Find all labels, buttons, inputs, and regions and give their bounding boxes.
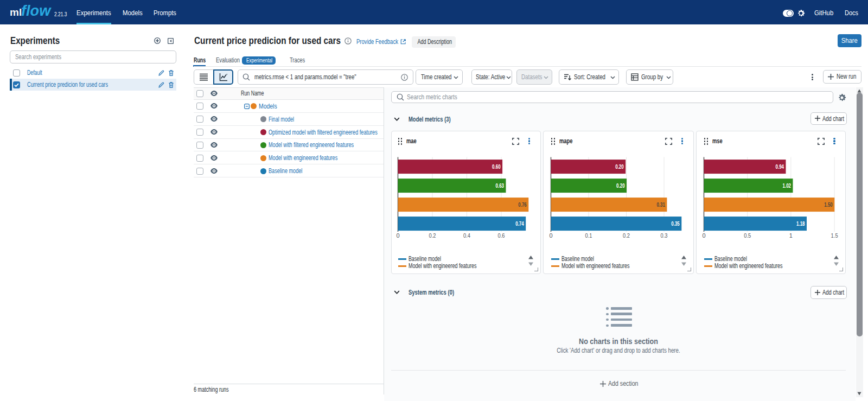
svg-text:0.74: 0.74	[515, 220, 524, 227]
svg-text:0: 0	[702, 232, 705, 239]
svg-text:0.2: 0.2	[429, 232, 436, 239]
svg-text:0.20: 0.20	[616, 182, 625, 189]
svg-text:1.50: 1.50	[824, 201, 833, 208]
svg-text:0.2: 0.2	[623, 232, 630, 239]
svg-text:0.6: 0.6	[497, 232, 505, 239]
svg-text:0.5: 0.5	[744, 232, 751, 239]
svg-text:0.60: 0.60	[492, 163, 501, 170]
svg-text:1.02: 1.02	[782, 182, 791, 189]
svg-text:0.76: 0.76	[518, 201, 527, 208]
svg-text:1.18: 1.18	[796, 220, 805, 227]
svg-text:0.4: 0.4	[463, 232, 470, 239]
svg-text:0.1: 0.1	[585, 232, 592, 239]
svg-text:1.5: 1.5	[831, 232, 838, 239]
svg-text:0.20: 0.20	[615, 163, 624, 170]
svg-text:0.35: 0.35	[671, 220, 680, 227]
svg-text:0.31: 0.31	[656, 201, 665, 208]
svg-text:0.3: 0.3	[660, 232, 667, 239]
svg-text:1: 1	[789, 232, 792, 239]
svg-text:0: 0	[549, 232, 552, 239]
svg-text:0: 0	[396, 232, 399, 239]
svg-text:0.94: 0.94	[775, 163, 784, 170]
svg-text:0.63: 0.63	[495, 182, 504, 189]
